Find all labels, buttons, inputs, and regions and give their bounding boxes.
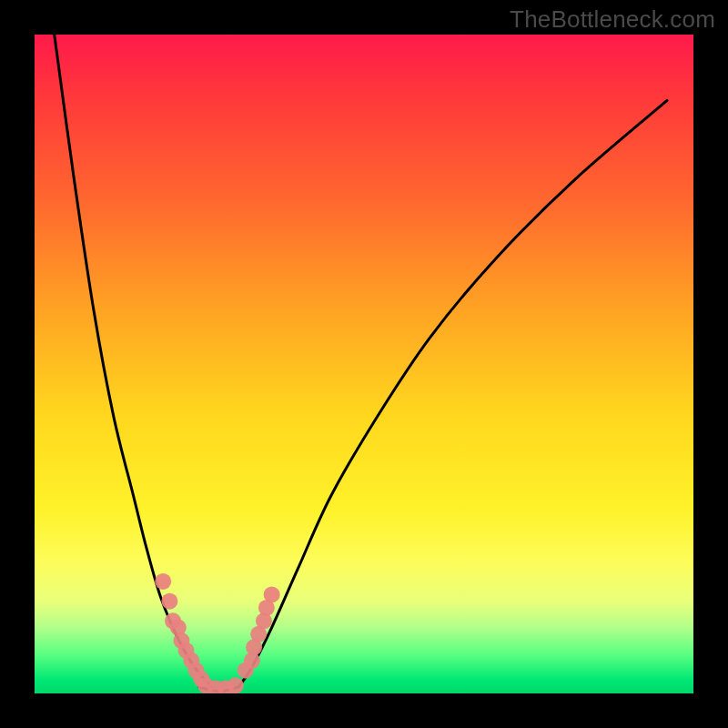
curve-right-arm (238, 100, 667, 686)
marker-right-6 (264, 586, 280, 602)
watermark-text: TheBottleneck.com (510, 5, 715, 34)
chart-frame: TheBottleneck.com (0, 0, 728, 728)
marker-left-0 (155, 573, 171, 590)
bottleneck-curve (35, 35, 693, 693)
marker-bottom-3 (228, 677, 244, 693)
curve-left-arm (55, 35, 213, 687)
plot-area (35, 35, 693, 693)
marker-left-1 (161, 593, 177, 610)
